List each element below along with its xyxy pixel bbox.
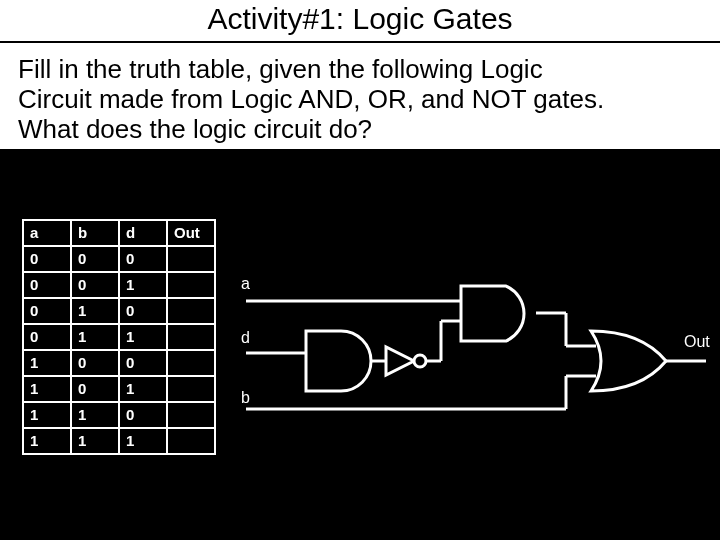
col-a: a (23, 220, 71, 246)
table-row: 0 0 1 (23, 272, 215, 298)
body-line-1: Fill in the truth table, given the follo… (18, 54, 543, 84)
table-row: 1 1 0 (23, 402, 215, 428)
table-row: 0 0 0 (23, 246, 215, 272)
body-line-3: What does the logic circuit do? (18, 114, 372, 144)
col-d: d (119, 220, 167, 246)
table-row: 0 1 0 (23, 298, 215, 324)
label-b: b (241, 389, 250, 407)
col-b: b (71, 220, 119, 246)
table-row: 0 1 1 (23, 324, 215, 350)
content-row: a b d Out 0 0 0 0 0 1 0 1 0 (0, 219, 720, 455)
label-a: a (241, 275, 250, 293)
label-out: Out (684, 333, 710, 351)
circuit-svg (246, 281, 716, 451)
body-line-2: Circuit made from Logic AND, OR, and NOT… (18, 84, 604, 114)
label-d: d (241, 329, 250, 347)
page-title: Activity#1: Logic Gates (0, 0, 720, 40)
instruction-text: Fill in the truth table, given the follo… (0, 55, 720, 149)
table-row: 1 0 1 (23, 376, 215, 402)
col-out: Out (167, 220, 215, 246)
slide: Activity#1: Logic Gates Fill in the trut… (0, 0, 720, 540)
logic-circuit-diagram: a d b Out (246, 281, 716, 455)
table-row: 1 1 1 (23, 428, 215, 454)
truth-table: a b d Out 0 0 0 0 0 1 0 1 0 (22, 219, 216, 455)
table-row: 1 0 0 (23, 350, 215, 376)
svg-point-4 (414, 355, 426, 367)
table-header-row: a b d Out (23, 220, 215, 246)
